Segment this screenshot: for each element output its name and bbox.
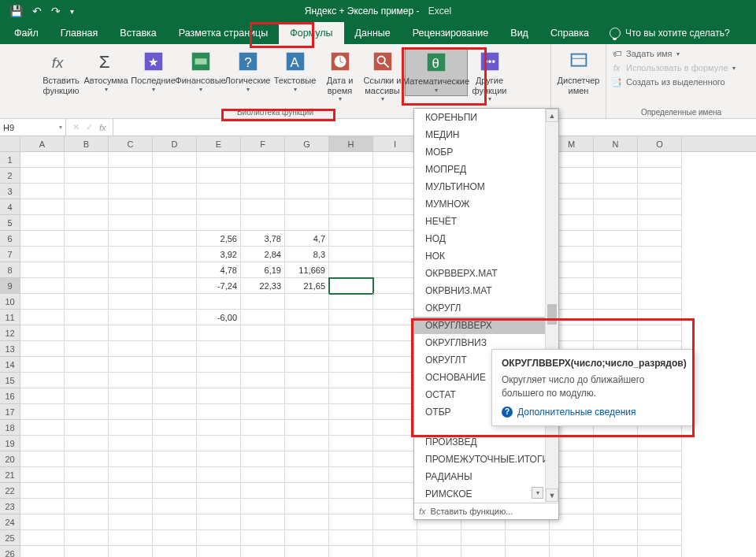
row-head[interactable]: 15 — [0, 373, 20, 388]
cell-A2[interactable] — [20, 168, 65, 184]
cell-F13[interactable] — [241, 341, 285, 357]
cell-A1[interactable] — [20, 152, 65, 168]
cell-E14[interactable] — [197, 357, 241, 373]
cell-C10[interactable] — [109, 294, 153, 310]
name-box[interactable]: H9▾ — [0, 119, 66, 136]
cell-C24[interactable] — [109, 514, 153, 530]
cell-O20[interactable] — [638, 451, 682, 467]
cell-C4[interactable] — [109, 199, 153, 215]
cell-D8[interactable] — [153, 262, 197, 278]
cell-E25[interactable] — [197, 530, 241, 546]
cell-D7[interactable] — [153, 247, 197, 262]
cell-G16[interactable] — [285, 388, 329, 404]
cell-I4[interactable] — [373, 199, 417, 215]
cell-I11[interactable] — [373, 310, 417, 325]
cell-C12[interactable] — [109, 325, 153, 341]
cell-H2[interactable] — [329, 168, 373, 184]
cell-G3[interactable] — [285, 184, 329, 199]
cell-H6[interactable] — [329, 231, 373, 247]
cell-B22[interactable] — [65, 483, 109, 499]
scroll-thumb[interactable] — [547, 304, 557, 325]
fn-item-ПРОМЕЖУТОЧНЫЕ.ИТОГИ[interactable]: ПРОМЕЖУТОЧНЫЕ.ИТОГИ — [414, 451, 558, 468]
select-all-corner[interactable] — [0, 136, 20, 151]
cell-F19[interactable] — [241, 436, 285, 451]
cell-F6[interactable]: 3,78 — [241, 231, 285, 247]
cell-B10[interactable] — [65, 294, 109, 310]
cell-C2[interactable] — [109, 168, 153, 184]
cell-H20[interactable] — [329, 451, 373, 467]
row-head[interactable]: 22 — [0, 483, 20, 499]
cell-I6[interactable] — [373, 231, 417, 247]
cell-G15[interactable] — [285, 373, 329, 388]
cell-N11[interactable] — [594, 310, 638, 325]
cell-D5[interactable] — [153, 215, 197, 231]
cell-C9[interactable] — [109, 278, 153, 294]
cell-A3[interactable] — [20, 184, 65, 199]
cell-H3[interactable] — [329, 184, 373, 199]
cell-I7[interactable] — [373, 247, 417, 262]
cell-I2[interactable] — [373, 168, 417, 184]
cell-H15[interactable] — [329, 373, 373, 388]
cell-B6[interactable] — [65, 231, 109, 247]
cell-F11[interactable] — [241, 310, 285, 325]
col-G[interactable]: G — [285, 136, 329, 151]
cell-G9[interactable]: 21,65 — [285, 278, 329, 294]
cell-O7[interactable] — [638, 247, 682, 262]
row-head[interactable]: 23 — [0, 499, 20, 514]
cell-B14[interactable] — [65, 357, 109, 373]
cell-C8[interactable] — [109, 262, 153, 278]
cell-D9[interactable] — [153, 278, 197, 294]
cell-D2[interactable] — [153, 168, 197, 184]
cell-G4[interactable] — [285, 199, 329, 215]
cell-D4[interactable] — [153, 199, 197, 215]
row-head[interactable]: 24 — [0, 514, 20, 530]
tab-file[interactable]: Файл — [3, 22, 50, 44]
row-head[interactable]: 14 — [0, 357, 20, 373]
col-A[interactable]: A — [20, 136, 65, 151]
cell-G7[interactable]: 8,3 — [285, 247, 329, 262]
fn-item-МОБР[interactable]: МОБР — [414, 143, 558, 161]
cell-L25[interactable] — [506, 530, 550, 546]
cell-A9[interactable] — [20, 278, 65, 294]
cell-E19[interactable] — [197, 436, 241, 451]
cell-B3[interactable] — [65, 184, 109, 199]
cell-G24[interactable] — [285, 514, 329, 530]
cell-I12[interactable] — [373, 325, 417, 341]
cell-A24[interactable] — [20, 514, 65, 530]
cell-A12[interactable] — [20, 325, 65, 341]
cell-O19[interactable] — [638, 436, 682, 451]
cell-D1[interactable] — [153, 152, 197, 168]
cell-I21[interactable] — [373, 467, 417, 483]
cell-B1[interactable] — [65, 152, 109, 168]
cell-I8[interactable] — [373, 262, 417, 278]
row-head[interactable]: 8 — [0, 262, 20, 278]
cell-B4[interactable] — [65, 199, 109, 215]
row-head[interactable]: 10 — [0, 294, 20, 310]
datetime-button[interactable]: Дата и время▾ — [320, 47, 361, 104]
cell-F24[interactable] — [241, 514, 285, 530]
cell-C1[interactable] — [109, 152, 153, 168]
cell-C26[interactable] — [109, 546, 153, 557]
cell-H4[interactable] — [329, 199, 373, 215]
fn-item-ОКРВВЕРХ.МАТ[interactable]: ОКРВВЕРХ.МАТ — [414, 265, 558, 282]
row-head[interactable]: 20 — [0, 451, 20, 467]
cell-G11[interactable] — [285, 310, 329, 325]
cell-H16[interactable] — [329, 388, 373, 404]
cell-B13[interactable] — [65, 341, 109, 357]
cell-H11[interactable] — [329, 310, 373, 325]
cell-N4[interactable] — [594, 199, 638, 215]
fn-item-МУЛЬТИНОМ[interactable]: МУЛЬТИНОМ — [414, 178, 558, 195]
cell-B21[interactable] — [65, 467, 109, 483]
cell-C18[interactable] — [109, 420, 153, 436]
fn-item-КОРЕНЬПИ[interactable]: КОРЕНЬПИ — [414, 109, 558, 126]
cell-D25[interactable] — [153, 530, 197, 546]
cell-D15[interactable] — [153, 373, 197, 388]
col-E[interactable]: E — [197, 136, 241, 151]
cell-H23[interactable] — [329, 499, 373, 514]
tab-review[interactable]: Рецензирование — [402, 22, 500, 44]
cell-J26[interactable] — [417, 546, 461, 557]
cell-C11[interactable] — [109, 310, 153, 325]
tab-view[interactable]: Вид — [499, 22, 539, 44]
row-head[interactable]: 16 — [0, 388, 20, 404]
cell-N2[interactable] — [594, 168, 638, 184]
